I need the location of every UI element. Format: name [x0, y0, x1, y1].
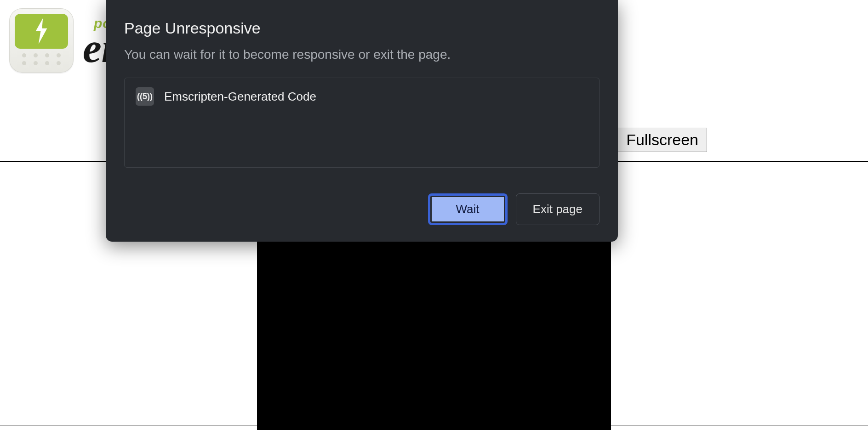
page-unresponsive-dialog: Page Unresponsive You can wait for it to… — [106, 0, 618, 242]
dialog-subtitle: You can wait for it to become responsive… — [124, 47, 600, 62]
exit-page-button[interactable]: Exit page — [516, 193, 600, 225]
bolt-icon — [32, 18, 51, 44]
wait-button[interactable]: Wait — [428, 193, 508, 225]
page-favicon-icon: ((5)) — [136, 87, 154, 106]
dialog-actions: Wait Exit page — [124, 193, 600, 225]
unresponsive-pages-list: ((5)) Emscripten-Generated Code — [124, 78, 600, 168]
list-item-label: Emscripten-Generated Code — [164, 90, 316, 104]
dialog-title: Page Unresponsive — [124, 19, 600, 37]
divider-bottom — [0, 425, 868, 425]
emscripten-logo-icon — [9, 8, 74, 73]
fullscreen-button[interactable]: Fullscreen — [617, 128, 707, 152]
list-item: ((5)) Emscripten-Generated Code — [136, 87, 588, 106]
